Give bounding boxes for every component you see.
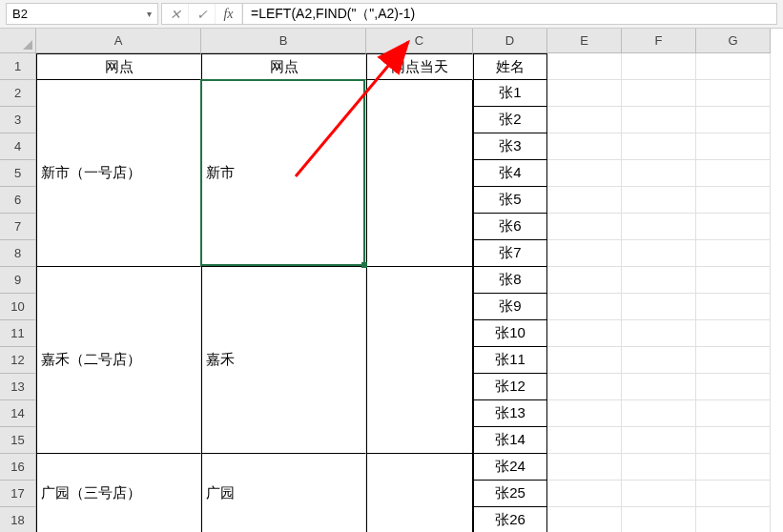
row-header-13[interactable]: 13 — [0, 374, 36, 400]
cell-G10[interactable] — [696, 294, 771, 320]
chevron-down-icon[interactable]: ▾ — [147, 9, 152, 19]
cell-D2[interactable]: 张1 — [473, 80, 547, 107]
cell-B16-merged[interactable]: 广园 — [201, 454, 366, 532]
row-header-15[interactable]: 15 — [0, 427, 36, 454]
cell-A1[interactable]: 网点 — [36, 53, 201, 80]
cell-G13[interactable] — [696, 374, 771, 400]
cell-F3[interactable] — [622, 107, 696, 133]
cell-F15[interactable] — [622, 427, 696, 454]
cell-F18[interactable] — [622, 507, 696, 532]
col-header-B[interactable]: B — [201, 29, 366, 53]
cell-E16[interactable] — [547, 454, 622, 481]
cell-F5[interactable] — [622, 160, 696, 187]
fx-icon[interactable]: fx — [216, 4, 242, 24]
cell-F17[interactable] — [622, 481, 696, 507]
cell-E12[interactable] — [547, 347, 622, 374]
formula-input[interactable]: =LEFT(A2,FIND("（",A2)-1) — [243, 3, 777, 25]
cell-D14[interactable]: 张13 — [473, 400, 547, 427]
col-header-F[interactable]: F — [622, 29, 696, 53]
row-header-11[interactable]: 11 — [0, 320, 36, 347]
cell-F7[interactable] — [622, 214, 696, 240]
cell-D5[interactable]: 张4 — [473, 160, 547, 187]
cell-C9-merged[interactable] — [366, 267, 473, 454]
cell-D6[interactable]: 张5 — [473, 187, 547, 214]
cell-F11[interactable] — [622, 320, 696, 347]
cell-G2[interactable] — [696, 80, 771, 107]
cell-G14[interactable] — [696, 400, 771, 427]
cell-A2-merged[interactable]: 新市（一号店） — [36, 80, 201, 267]
cell-E8[interactable] — [547, 240, 622, 267]
name-box[interactable]: B2 ▾ — [6, 3, 158, 25]
cell-A16-merged[interactable]: 广园（三号店） — [36, 454, 201, 532]
cell-E18[interactable] — [547, 507, 622, 532]
cell-D3[interactable]: 张2 — [473, 107, 547, 133]
cell-E17[interactable] — [547, 481, 622, 507]
col-header-G[interactable]: G — [696, 29, 771, 53]
cell-E13[interactable] — [547, 374, 622, 400]
cell-B9-merged[interactable]: 嘉禾 — [201, 267, 366, 454]
cell-D17[interactable]: 张25 — [473, 481, 547, 507]
row-header-4[interactable]: 4 — [0, 133, 36, 160]
cell-E2[interactable] — [547, 80, 622, 107]
cell-G11[interactable] — [696, 320, 771, 347]
cell-D1[interactable]: 姓名 — [473, 53, 547, 80]
select-all-corner[interactable] — [0, 29, 36, 53]
cell-G18[interactable] — [696, 507, 771, 532]
cell-E1[interactable] — [547, 53, 622, 80]
cell-G8[interactable] — [696, 240, 771, 267]
cell-E5[interactable] — [547, 160, 622, 187]
cell-D9[interactable]: 张8 — [473, 267, 547, 294]
cell-C2-merged[interactable] — [366, 80, 473, 267]
col-header-E[interactable]: E — [547, 29, 622, 53]
cell-E3[interactable] — [547, 107, 622, 133]
cell-G15[interactable] — [696, 427, 771, 454]
cell-G17[interactable] — [696, 481, 771, 507]
row-header-9[interactable]: 9 — [0, 267, 36, 294]
cell-D10[interactable]: 张9 — [473, 294, 547, 320]
cell-E4[interactable] — [547, 133, 622, 160]
cell-E11[interactable] — [547, 320, 622, 347]
cell-E10[interactable] — [547, 294, 622, 320]
row-header-16[interactable]: 16 — [0, 454, 36, 481]
row-header-1[interactable]: 1 — [0, 53, 36, 80]
cell-G9[interactable] — [696, 267, 771, 294]
cell-F9[interactable] — [622, 267, 696, 294]
cell-G12[interactable] — [696, 347, 771, 374]
cell-F14[interactable] — [622, 400, 696, 427]
cell-B2-merged[interactable]: 新市 — [201, 80, 366, 267]
confirm-icon[interactable]: ✓ — [189, 4, 216, 24]
cell-G6[interactable] — [696, 187, 771, 214]
col-header-C[interactable]: C — [366, 29, 473, 53]
cell-F1[interactable] — [622, 53, 696, 80]
cell-D8[interactable]: 张7 — [473, 240, 547, 267]
col-header-D[interactable]: D — [473, 29, 547, 53]
cell-D13[interactable]: 张12 — [473, 374, 547, 400]
cell-G7[interactable] — [696, 214, 771, 240]
cell-D16[interactable]: 张24 — [473, 454, 547, 481]
row-header-7[interactable]: 7 — [0, 214, 36, 240]
row-header-2[interactable]: 2 — [0, 80, 36, 107]
cell-A9-merged[interactable]: 嘉禾（二号店） — [36, 267, 201, 454]
cancel-icon[interactable]: ✕ — [162, 4, 189, 24]
cell-D15[interactable]: 张14 — [473, 427, 547, 454]
cell-G5[interactable] — [696, 160, 771, 187]
cell-D4[interactable]: 张3 — [473, 133, 547, 160]
cell-F4[interactable] — [622, 133, 696, 160]
cell-C1[interactable]: 网点当天 — [366, 53, 473, 80]
cell-C16-merged[interactable] — [366, 454, 473, 532]
cell-F12[interactable] — [622, 347, 696, 374]
row-header-3[interactable]: 3 — [0, 107, 36, 133]
cell-F13[interactable] — [622, 374, 696, 400]
cell-F2[interactable] — [622, 80, 696, 107]
row-header-18[interactable]: 18 — [0, 507, 36, 532]
cell-D12[interactable]: 张11 — [473, 347, 547, 374]
row-header-8[interactable]: 8 — [0, 240, 36, 267]
row-header-12[interactable]: 12 — [0, 347, 36, 374]
row-header-5[interactable]: 5 — [0, 160, 36, 187]
cell-E15[interactable] — [547, 427, 622, 454]
cell-G3[interactable] — [696, 107, 771, 133]
cell-E6[interactable] — [547, 187, 622, 214]
row-header-10[interactable]: 10 — [0, 294, 36, 320]
cell-E9[interactable] — [547, 267, 622, 294]
row-header-17[interactable]: 17 — [0, 481, 36, 507]
